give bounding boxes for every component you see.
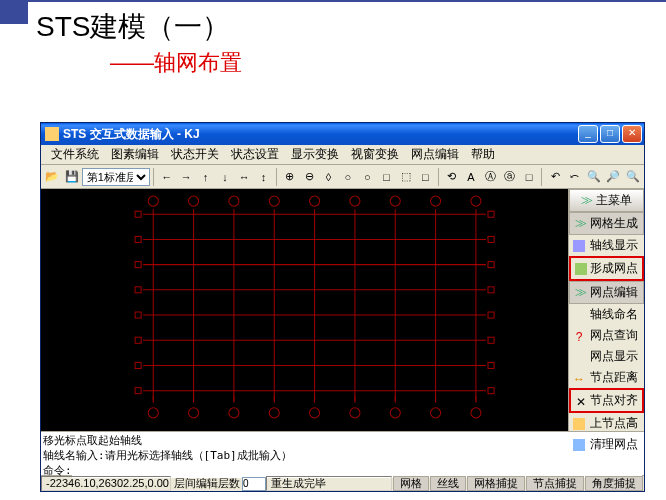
svg-rect-38 [135,287,141,293]
svg-rect-39 [135,312,141,318]
find2-icon[interactable]: 🔎 [604,167,622,187]
menu-help[interactable]: 帮助 [465,144,501,165]
side-item-axis-name[interactable]: 轴线命名 [569,304,644,325]
svg-point-24 [431,196,441,206]
svg-rect-36 [135,236,141,242]
minimize-button[interactable]: _ [578,125,598,143]
svg-point-18 [189,196,199,206]
side-item-axis-show[interactable]: 轴线显示 [569,235,644,256]
status-coords: -22346.10,26302.25,0.00 [41,476,171,491]
side-section-grid-gen[interactable]: ≫ 网格生成 [569,212,644,235]
svg-point-28 [229,408,239,418]
svg-rect-50 [488,388,494,394]
zoom-pan-icon[interactable]: □ [377,167,395,187]
svg-rect-44 [488,236,494,242]
maximize-button[interactable]: □ [600,125,620,143]
arrow-down-icon[interactable]: ↓ [216,167,234,187]
redo-icon[interactable]: ⤺ [566,167,584,187]
svg-point-31 [350,408,360,418]
zoom-in-icon[interactable]: ⊕ [281,167,299,187]
side-item-clean-nodes[interactable]: 清理网点 [569,434,644,455]
cmd-history-2: 轴线名输入:请用光标选择轴线（[Tab]成批输入） [43,448,642,463]
menu-viewport[interactable]: 视窗变换 [345,144,405,165]
svg-rect-35 [135,211,141,217]
side-item-form-nodes[interactable]: 形成网点 [569,256,644,281]
zoom-out-icon[interactable]: ⊖ [300,167,318,187]
svg-rect-40 [135,337,141,343]
svg-point-33 [431,408,441,418]
side-item-node-show[interactable]: 网点显示 [569,346,644,367]
status-grid[interactable]: 网格 [393,476,429,491]
zoom-win-icon[interactable]: ○ [358,167,376,187]
svg-point-32 [390,408,400,418]
text-a-icon[interactable]: A [462,167,480,187]
arrow-left-icon[interactable]: ← [158,167,176,187]
menu-display[interactable]: 显示变换 [285,144,345,165]
side-item-upper-node[interactable]: 上节点高 [569,413,644,434]
arrow-up-icon[interactable]: ↑ [196,167,214,187]
status-nodesnap[interactable]: 节点捕捉 [526,476,584,491]
svg-point-30 [310,408,320,418]
cmd-history-1: 移光标点取起始轴线 [43,433,642,448]
side-item-node-query[interactable]: ?网点查询 [569,325,644,346]
side-section-grid-edit[interactable]: ≫ 网点编辑 [569,281,644,304]
save-icon[interactable]: 💾 [62,167,80,187]
side-main-menu[interactable]: ≫ 主菜单 [569,189,644,212]
undo-icon[interactable]: ↶ [546,167,564,187]
menu-file[interactable]: 文件系统 [45,144,105,165]
menu-state-toggle[interactable]: 状态开关 [165,144,225,165]
menu-edit[interactable]: 图素编辑 [105,144,165,165]
svg-rect-45 [488,262,494,268]
menu-grid-edit[interactable]: 网点编辑 [405,144,465,165]
app-window: STS 交互式数据输入 - KJ _ □ ✕ 文件系统 图素编辑 状态开关 状态… [40,122,645,492]
zoom-box-icon[interactable]: ⬚ [397,167,415,187]
status-anglesnap[interactable]: 角度捕捉 [585,476,643,491]
svg-point-34 [471,408,481,418]
svg-point-26 [148,408,158,418]
svg-rect-37 [135,262,141,268]
status-floor-label: 层间编辑层数 [172,476,242,491]
titlebar: STS 交互式数据输入 - KJ _ □ ✕ [41,123,644,145]
find-icon[interactable]: 🔍 [585,167,603,187]
menu-state-set[interactable]: 状态设置 [225,144,285,165]
window-title: STS 交互式数据输入 - KJ [63,126,578,143]
arrow-right-icon[interactable]: → [177,167,195,187]
svg-point-27 [189,408,199,418]
status-gridsnap[interactable]: 网格捕捉 [467,476,525,491]
command-area: 移光标点取起始轴线 轴线名输入:请用光标选择轴线（[Tab]成批输入） 命令: [41,431,644,475]
floor-input[interactable] [242,477,266,491]
rotate-icon[interactable]: ⟲ [442,167,460,187]
circle-a2-icon[interactable]: ⓐ [501,167,519,187]
side-item-node-dist[interactable]: ↔节点距离 [569,367,644,388]
svg-point-17 [148,196,158,206]
drawing-canvas[interactable] [41,189,568,431]
slide-accent [0,0,28,24]
svg-point-20 [269,196,279,206]
box-icon[interactable]: □ [520,167,538,187]
zoom-box2-icon[interactable]: □ [416,167,434,187]
toolbar: 📂 💾 第1标准层 ← → ↑ ↓ ↔ ↕ ⊕ ⊖ ◊ ○ ○ □ ⬚ □ ⟲ … [41,165,644,189]
svg-point-23 [390,196,400,206]
svg-point-29 [269,408,279,418]
close-button[interactable]: ✕ [622,125,642,143]
side-panel: ≫ 主菜单 ≫ 网格生成 轴线显示 形成网点 ≫ 网点编辑 轴线命名 ?网点查询… [568,189,644,431]
slide-title: STS建模（一） [36,8,666,46]
svg-rect-47 [488,312,494,318]
svg-rect-42 [135,388,141,394]
svg-point-25 [471,196,481,206]
arrow-ud-icon[interactable]: ↕ [254,167,272,187]
app-icon [45,127,59,141]
find3-icon[interactable]: 🔍 [624,167,642,187]
open-icon[interactable]: 📂 [43,167,61,187]
arrow-lr-icon[interactable]: ↔ [235,167,253,187]
zoom-ext-icon[interactable]: ○ [339,167,357,187]
side-item-node-align[interactable]: ✕节点对齐 [569,388,644,413]
svg-rect-48 [488,337,494,343]
zoom-fit-icon[interactable]: ◊ [319,167,337,187]
circle-a-icon[interactable]: Ⓐ [481,167,499,187]
status-wire[interactable]: 丝线 [430,476,466,491]
svg-point-19 [229,196,239,206]
layer-select[interactable]: 第1标准层 [82,168,150,186]
svg-rect-46 [488,287,494,293]
svg-rect-43 [488,211,494,217]
